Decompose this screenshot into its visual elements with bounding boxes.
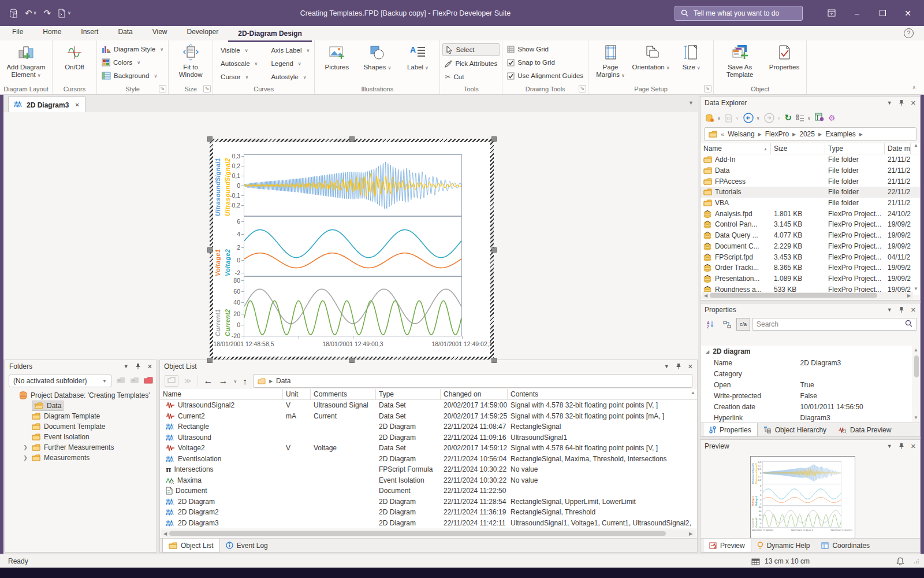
panel-menu-icon[interactable]: ▼ — [664, 364, 669, 369]
breadcrumb-2025[interactable]: 2025 — [799, 130, 815, 138]
property-row-creation-date[interactable]: Creation date10/01/2011 14:56:50 — [701, 401, 912, 412]
file-row-data-query[interactable]: Data Query ... 4.077 KB FlexPro Project.… — [701, 230, 920, 241]
tell-me-search[interactable]: Tell me what you want to do — [675, 6, 803, 21]
properties-section-header[interactable]: ◢2D diagram — [701, 346, 912, 357]
next-folder-icon[interactable] — [130, 376, 139, 386]
minimize-button[interactable]: – — [844, 0, 870, 26]
object-list-breadcrumb[interactable]: ▶ Data — [253, 374, 692, 388]
file-row-document-c[interactable]: Document C... 2.229 KB FlexPro Project..… — [701, 241, 920, 252]
ribbon-item-add-diagram-element[interactable]: Add Diagram Element∨ — [2, 42, 50, 84]
ribbon-item-show-grid[interactable]: Show Grid — [505, 43, 586, 55]
ribbon-item-shapes[interactable]: Shapes∨ — [357, 42, 397, 84]
data-explorer-breadcrumb[interactable]: «Weisang▶FlexPro▶2025▶Examples▶ — [704, 127, 916, 141]
object-row-ultrasoundsignal2[interactable]: UltrasoundSignal2 V Ultrasound Signal Da… — [160, 400, 697, 411]
folder-node-document-template[interactable]: Document Template — [5, 421, 157, 432]
pin-icon[interactable] — [899, 443, 904, 450]
dialog-launcher-icon[interactable]: ⇘ — [704, 85, 711, 92]
ribbon-item-background[interactable]: Background∨ — [99, 70, 166, 81]
save-database-icon[interactable] — [9, 9, 18, 18]
file-row-data[interactable]: Data File folder 21/11/2 — [701, 165, 920, 176]
tab-coordinates[interactable]: Coordinates — [815, 539, 875, 552]
selection-handle[interactable] — [349, 358, 355, 363]
tab-insert[interactable]: Insert — [71, 24, 108, 39]
up-icon[interactable]: ↑ — [243, 376, 247, 386]
column-header-name[interactable]: Name▲ — [701, 143, 771, 154]
tab-home[interactable]: Home — [33, 24, 71, 39]
dialog-launcher-icon[interactable]: ⇘ — [159, 85, 166, 92]
plot-ultrasoundsignal1[interactable] — [762, 462, 841, 484]
ribbon-item-cut[interactable]: ✂Cut — [442, 71, 500, 83]
ribbon-item-properties[interactable]: Properties — [765, 42, 804, 84]
resize-grip[interactable] — [914, 558, 919, 564]
selection-handle[interactable] — [491, 358, 497, 363]
object-row-rectangle[interactable]: Rectangle 2D Diagram 22/11/2024 11:08:47… — [160, 421, 697, 432]
ribbon-item-pictures[interactable]: Pictures — [317, 42, 356, 84]
activate-folder-icon[interactable] — [165, 375, 178, 387]
property-row-name[interactable]: Name2D Diagram3 — [701, 357, 912, 368]
close-icon[interactable]: ✕ — [911, 306, 916, 314]
pin-icon[interactable] — [135, 363, 141, 370]
redo-button[interactable]: ↷ — [43, 8, 51, 18]
column-header-contents[interactable]: Contents — [508, 389, 691, 399]
selection-handle[interactable] — [207, 136, 213, 142]
ribbon-item-snap-to-grid[interactable]: Snap to Grid — [505, 57, 586, 68]
close-icon[interactable]: ✕ — [911, 443, 916, 450]
file-row-vba[interactable]: VBA File folder 21/11/2 — [701, 198, 920, 209]
history-dropdown-icon[interactable]: ∨ — [234, 379, 237, 384]
plot-voltage2[interactable] — [762, 484, 841, 506]
ribbon-item-fit-to-window[interactable]: Fit to Window — [171, 42, 210, 84]
file-row-fpaccess[interactable]: FPAccess File folder 21/11/2 — [701, 176, 920, 187]
object-row-2d-diagram3[interactable]: 2D Diagram3 2D Diagram 22/11/2024 11:42:… — [160, 518, 697, 529]
navigate-forward-icon[interactable]: ∨ — [764, 113, 781, 123]
maximize-button[interactable] — [870, 0, 895, 26]
object-row-eventisolation[interactable]: EventIsolation 2D Diagram 22/11/2024 10:… — [160, 454, 697, 465]
tab-data[interactable]: Data — [108, 24, 142, 39]
tab-event-log[interactable]: Event Log — [220, 539, 274, 552]
folder-node-project-database-creating-templates[interactable]: Project Database: 'Creating Templates' — [5, 390, 157, 401]
plot-ultrasoundsignal1[interactable] — [244, 154, 462, 216]
dialog-launcher-icon[interactable]: ⇘ — [203, 85, 211, 92]
file-row-add-in[interactable]: Add-In File folder 21/11/2 — [701, 154, 920, 165]
ribbon-item-pick-attributes[interactable]: Pick Attributes — [442, 58, 500, 69]
properties-search-input[interactable]: Search — [752, 318, 916, 331]
close-icon[interactable]: ✕ — [911, 99, 916, 107]
ribbon-item-label[interactable]: ALabel∨ — [398, 42, 437, 84]
ribbon-item-orientation[interactable]: Orientation∨ — [631, 42, 670, 84]
ribbon-item-page-margins[interactable]: Page Margins∨ — [591, 42, 630, 84]
selected-diagram-object[interactable]: 0,30,20,10-0,1-0,2UltrasoundSignal1Ultra… — [210, 139, 494, 360]
breadcrumb-weisang[interactable]: Weisang — [728, 130, 754, 138]
folder-node-further-measurements[interactable]: ❯Further Measurements — [5, 442, 157, 453]
selection-handle[interactable] — [491, 136, 497, 142]
column-header-date-m[interactable]: Date m... — [885, 143, 911, 154]
folder-node-data[interactable]: Data — [5, 401, 157, 411]
object-row-current2[interactable]: Current2 mA Current Data Set 20/02/2017 … — [160, 411, 697, 422]
tab-object-hierarchy[interactable]: Object Hierarchy — [758, 423, 832, 436]
ribbon-item-size[interactable]: Size∨ — [672, 42, 711, 84]
refresh-document-button[interactable]: ∨ — [58, 9, 71, 18]
notifications-bell-icon[interactable] — [896, 557, 904, 566]
tab-object-list[interactable]: Object List — [162, 539, 220, 553]
selection-handle[interactable] — [207, 358, 213, 363]
tab-file[interactable]: File — [2, 24, 33, 39]
ribbon-item-legend[interactable]: Legend∨ — [266, 58, 312, 69]
ribbon-item-save-as-template[interactable]: Save As Template — [716, 42, 763, 84]
property-row-write-protected[interactable]: Write-protectedFalse — [701, 390, 912, 401]
database-options-icon[interactable]: ∨ — [705, 114, 721, 123]
panel-menu-icon[interactable]: ▼ — [887, 443, 892, 449]
panel-menu-icon[interactable]: ▼ — [124, 364, 129, 369]
subfolder-combobox[interactable]: (No activated subfolder) ▼ — [9, 375, 111, 387]
object-row-document[interactable]: Document Document 22/11/2024 11:22:50 — [160, 486, 697, 497]
property-row-category[interactable]: Category — [701, 368, 912, 379]
plot-current1[interactable] — [244, 276, 462, 336]
data-explorer-header[interactable]: Name▲SizeTypeDate m... — [701, 143, 920, 154]
data-explorer-hscrollbar[interactable]: ◀▶ — [702, 292, 913, 299]
column-header-comments[interactable]: Comments — [311, 389, 376, 399]
ribbon-item-visible[interactable]: Visible∨ — [215, 45, 260, 56]
property-row-open[interactable]: OpenTrue — [701, 379, 912, 390]
view-mode-icon[interactable]: ∨ — [796, 114, 811, 122]
object-row-ultrasound[interactable]: Ultrasound 2D Diagram 22/11/2024 11:09:1… — [160, 432, 697, 443]
close-icon[interactable]: ✕ — [688, 363, 693, 370]
folder-node-event-isolation[interactable]: Event Isolation — [5, 432, 157, 442]
categorize-icon[interactable] — [720, 318, 734, 331]
object-row-maxima[interactable]: Maxima Event Isolation 22/11/2024 10:30:… — [160, 475, 697, 486]
